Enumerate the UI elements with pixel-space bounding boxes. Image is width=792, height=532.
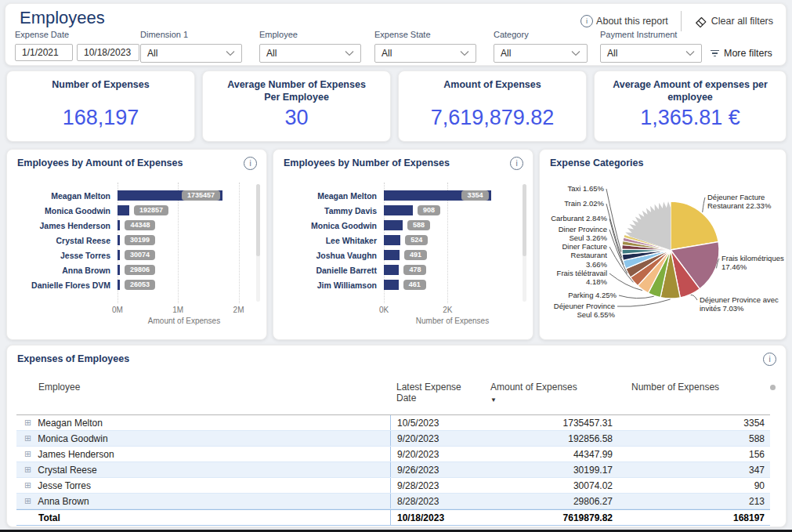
bar-monica-goodwin[interactable] [118,205,129,215]
table-row-james-henderson[interactable]: ⊞James Henderson9/20/202344347.99156 [16,447,770,462]
more-filters-button[interactable]: More filters [711,48,772,59]
x-tick-label: 0M [112,306,123,314]
expense-date-from-input[interactable] [15,44,73,61]
dimension-1-dropdown[interactable]: All [140,44,242,63]
dropdown-value: All [147,48,157,59]
chart-scrollbar-thumb[interactable] [256,184,260,256]
bar-anna-brown[interactable] [118,265,120,275]
cell-employee: ⊞Monica Goodwin [16,433,390,444]
info-icon[interactable]: i [510,157,523,170]
pie-label-line [617,299,671,306]
expense-date-to-input[interactable] [77,44,139,61]
info-icon[interactable]: i [763,353,776,366]
employee-name: Total [38,512,60,523]
expand-row-button[interactable]: ⊞ [24,418,31,427]
table-row-jesse-torres[interactable]: ⊞Jesse Torres9/28/202330074.0290 [16,478,770,494]
info-icon[interactable]: i [244,157,257,170]
table-row-meagan-melton[interactable]: ⊞Meagan Melton10/5/20231735457.313354 [16,415,770,431]
cell-latest-expense-date: 9/26/2023 [390,462,484,477]
cell-employee: Total [16,512,390,523]
bar-crystal-reese[interactable] [118,235,120,245]
dropdown-value: All [382,48,392,59]
table-header-row: Employee Latest Expense Date Amount of E… [16,380,770,415]
clear-all-filters-button[interactable]: Clear all filters [694,14,773,28]
bar-danielle-flores-dvm[interactable] [118,280,120,290]
column-header-number-of-expenses[interactable]: Number of Expenses [619,380,771,393]
column-header-amount-of-expenses[interactable]: Amount of Expenses ▼ [484,380,619,404]
filter-label: Expense Date [15,30,139,39]
table-card-expenses-of-employees: Expenses of Employees i Employee Latest … [6,345,787,527]
employee-dropdown[interactable]: All [259,44,361,63]
bar-jim-williamson[interactable] [384,280,399,290]
kpi-value: 1,365.81 € [595,106,786,130]
employee-name: Crystal Reese [38,465,96,476]
cell-latest-expense-date: 9/20/2023 [390,447,484,461]
expand-row-button[interactable]: ⊞ [24,481,31,490]
bar-value-label: 29806 [125,265,155,276]
bar-category-label: Meagan Melton [7,191,118,201]
cell-employee: ⊞Anna Brown [16,496,390,507]
chart-scrollbar[interactable] [523,184,526,302]
expand-row-button[interactable]: ⊞ [24,434,31,443]
expand-row-button[interactable]: ⊞ [24,450,31,458]
chart-title: Employees by Amount of Expenses [17,157,183,168]
cell-amount-of-expenses: 30199.17 [484,465,619,476]
bar-value-label: 461 [403,280,426,291]
kpi-title: Average Number of Expenses Per Employee [203,71,390,103]
column-header-employee[interactable]: Employee [16,380,390,393]
cell-latest-expense-date: 10/18/2023 [390,510,484,525]
pie-label-parking-4-25: Parking 4.25% [548,291,617,299]
bar-james-henderson[interactable] [118,220,120,230]
bar-value-label: 44348 [125,220,155,231]
bar-category-label: Joshua Vaughn [273,251,384,260]
expand-row-button[interactable]: ⊞ [24,497,31,505]
dropdown-value: All [501,48,511,59]
bar-meagan-melton[interactable]: 3354 [384,190,491,201]
bar-jesse-torres[interactable] [118,250,120,260]
pie-label-frais-kilom-triques-17-46: Frais kilométriques 17.46% [721,254,788,272]
bar-danielle-barrett[interactable] [384,265,399,275]
more-filters-label: More filters [724,48,772,59]
category-dropdown[interactable]: All [494,44,588,63]
bar-row-monica-goodwin: Monica Goodwin192857 [7,203,266,218]
bar-row-joshua-vaughn: Joshua Vaughn491 [273,248,533,262]
table-row-crystal-reese[interactable]: ⊞Crystal Reese9/26/202330199.17347 [16,462,770,478]
bar-value-label: 491 [404,250,427,261]
payment-instrument-dropdown[interactable]: All [600,44,702,63]
chart-scrollbar[interactable] [256,184,260,302]
about-report-label: About this report [596,16,668,27]
bar-joshua-vaughn[interactable] [384,250,400,260]
bar-category-label: Tammy Davis [273,206,384,215]
table-body: ⊞Meagan Melton10/5/20231735457.313354⊞Mo… [16,415,770,526]
bar-monica-goodwin[interactable] [384,220,403,230]
bar-row-danielle-barrett: Danielle Barrett478 [273,262,533,277]
bar-category-label: Anna Brown [7,266,118,275]
bar-tammy-davis[interactable] [384,205,413,215]
expense-state-dropdown[interactable]: All [374,44,476,63]
table-row-monica-goodwin[interactable]: ⊞Monica Goodwin9/20/2023192856.58588 [16,431,770,447]
bar-track: 1735457 [118,190,266,201]
about-report-button[interactable]: i About this report [580,15,668,27]
cell-amount-of-expenses: 192856.58 [484,433,619,444]
bar-plot: Meagan Melton3354Tammy Davis908Monica Go… [273,188,533,292]
chart-scrollbar-thumb[interactable] [523,184,526,256]
bar-row-jim-williamson: Jim Williamson461 [273,277,533,292]
employee-name: Monica Goodwin [38,433,107,444]
kpi-title: Average Amount of expenses per employee [595,71,786,103]
table-scrollbar-thumb[interactable] [770,385,776,390]
dropdown-value: All [266,48,277,59]
pie-label-d-jeuner-province-avec-invit-s-7-03: Déjeuner Province avec invités 7.03% [700,295,786,313]
table-row-anna-brown[interactable]: ⊞Anna Brown8/28/202329806.27213 [16,494,770,509]
bar-lee-whitaker[interactable] [384,235,400,245]
bar-category-label: Danielle Flores DVM [7,280,118,290]
bar-value-label: 26053 [125,280,155,291]
bar-track: 588 [384,220,533,230]
bar-meagan-melton[interactable]: 1735457 [118,190,222,201]
cell-latest-expense-date: 10/5/2023 [390,415,484,430]
kpi-value: 7,619,879.82 [399,106,586,130]
filter-label: Payment Instrument [600,30,702,39]
expand-row-button[interactable]: ⊞ [24,465,31,474]
column-header-latest-expense-date[interactable]: Latest Expense Date [390,380,484,404]
bar-track: 44348 [118,220,266,230]
cell-employee: ⊞Meagan Melton [16,418,390,429]
